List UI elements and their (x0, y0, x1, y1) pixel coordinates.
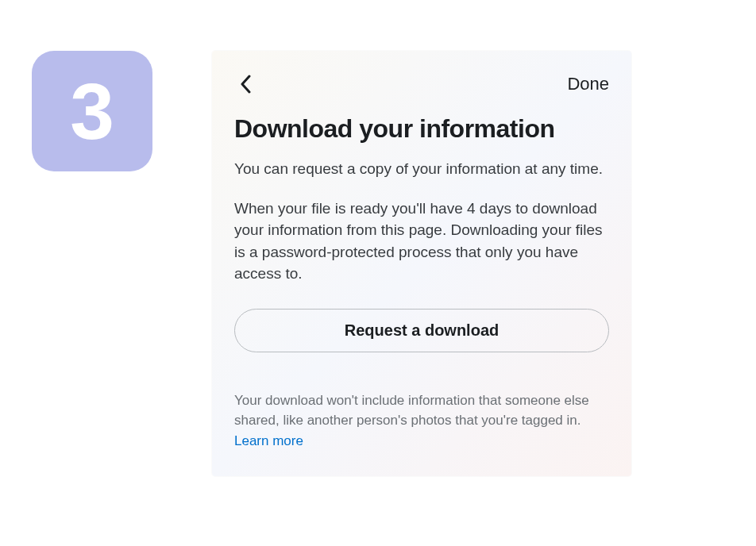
disclaimer-text: Your download won't include information … (234, 393, 589, 429)
panel-header: Done (234, 73, 609, 95)
chevron-left-icon (240, 75, 251, 94)
step-badge: 3 (32, 51, 152, 171)
description-primary: You can request a copy of your informati… (234, 158, 609, 180)
download-info-panel: Done Download your information You can r… (212, 51, 631, 476)
request-download-button[interactable]: Request a download (234, 309, 609, 352)
disclaimer: Your download won't include information … (234, 390, 609, 452)
back-button[interactable] (234, 73, 256, 95)
done-button[interactable]: Done (567, 74, 609, 94)
step-number: 3 (70, 71, 114, 151)
description-secondary: When your file is ready you'll have 4 da… (234, 198, 609, 285)
page-title: Download your information (234, 114, 609, 144)
learn-more-link[interactable]: Learn more (234, 433, 303, 448)
